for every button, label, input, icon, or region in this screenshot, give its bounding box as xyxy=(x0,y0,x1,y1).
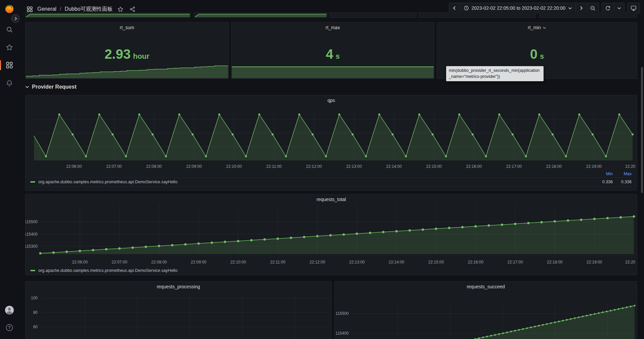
dashboard-title[interactable]: Dubbo可观测性面板 xyxy=(65,6,113,13)
breadcrumb-section[interactable]: General xyxy=(37,6,56,12)
svg-text:22:11:00: 22:11:00 xyxy=(270,260,286,264)
time-range-picker[interactable]: 2023-02-02 22:05:00 to 2023-02-02 22:20:… xyxy=(460,3,576,13)
svg-text:22:16:00: 22:16:00 xyxy=(466,164,482,169)
panel-requests-processing: requests_processing 1008060 xyxy=(25,281,332,339)
legend-max-header[interactable]: Max xyxy=(613,172,632,176)
svg-text:22:14:00: 22:14:00 xyxy=(389,260,404,264)
svg-text:22:06:00: 22:06:00 xyxy=(72,260,88,264)
svg-text:115400: 115400 xyxy=(26,232,38,237)
time-range-text: 2023-02-02 22:05:00 to 2023-02-02 22:20:… xyxy=(472,5,565,11)
stat-panel-rt-max: rt_max 4 s xyxy=(231,22,434,79)
series-color-swatch[interactable] xyxy=(30,181,35,183)
stat-value: 4 s xyxy=(231,47,434,67)
svg-text:22:18:00: 22:18:00 xyxy=(546,164,562,169)
magnifier-minus-icon xyxy=(590,5,596,11)
svg-text:22:19:00: 22:19:00 xyxy=(586,164,602,169)
active-indicator xyxy=(0,60,1,70)
sidebar-item-search[interactable] xyxy=(0,23,18,36)
svg-text:22:11:00: 22:11:00 xyxy=(266,164,282,169)
search-icon xyxy=(6,26,13,33)
sidebar-item-profile[interactable] xyxy=(0,303,18,317)
series-label[interactable]: org.apache.dubbo.samples.metrics.prometh… xyxy=(38,180,594,184)
panel-title[interactable]: rt_sum xyxy=(26,25,228,30)
monitor-icon xyxy=(631,5,637,11)
svg-text:22:13:00: 22:13:00 xyxy=(346,164,362,169)
breadcrumb-separator: / xyxy=(60,6,61,12)
time-shift-forward-button[interactable] xyxy=(576,3,587,13)
svg-text:115500: 115500 xyxy=(26,220,38,224)
grafana-dashboard: ? General / Dubbo可观测性面板 xyxy=(0,0,644,339)
stat-value: 0 s xyxy=(437,47,637,67)
row-provider-request[interactable]: Provider Request xyxy=(25,82,76,92)
panel-menu-chevron-icon[interactable] xyxy=(543,26,546,30)
legend-max-value: 0.336 xyxy=(613,180,632,184)
panel-requests-succeed: requests_succeed 115500115400 xyxy=(334,281,637,339)
refresh-icon xyxy=(605,5,611,11)
partial-panel-1 xyxy=(25,12,190,18)
query-tooltip: min(dubbo_provider_rt_seconds_min{applic… xyxy=(446,66,544,81)
svg-text:22:10:00: 22:10:00 xyxy=(226,164,242,169)
svg-text:22:17:00: 22:17:00 xyxy=(507,260,523,264)
grafana-flame-icon xyxy=(4,3,15,14)
kiosk-mode-button[interactable] xyxy=(628,3,640,13)
bell-icon xyxy=(6,80,13,87)
svg-text:22:12:00: 22:12:00 xyxy=(306,164,322,169)
svg-text:22:17:00: 22:17:00 xyxy=(506,164,522,169)
sidebar: ? xyxy=(0,0,18,339)
sidebar-item-dashboards[interactable] xyxy=(0,58,18,72)
series-color-swatch[interactable] xyxy=(30,270,35,271)
partial-panel-5 xyxy=(539,12,637,18)
share-icon xyxy=(130,6,135,12)
stat-panel-rt-sum: rt_sum 2.93 hour xyxy=(25,22,229,79)
panel-title[interactable]: rt_max xyxy=(231,25,434,30)
requests-processing-chart[interactable]: 1008060 xyxy=(26,282,331,339)
refresh-button[interactable] xyxy=(602,3,614,13)
svg-text:80: 80 xyxy=(33,310,38,315)
svg-text:100: 100 xyxy=(31,296,38,300)
partial-panel-4 xyxy=(419,12,535,18)
svg-text:22:20: 22:20 xyxy=(625,164,635,169)
series-label[interactable]: org.apache.dubbo.samples.metrics.prometh… xyxy=(38,268,177,273)
legend-header: Min Max xyxy=(30,171,632,177)
zoom-out-time-button[interactable] xyxy=(587,3,599,13)
legend-min-value: 0.336 xyxy=(594,180,613,184)
requests-total-legend: org.apache.dubbo.samples.metrics.prometh… xyxy=(30,267,177,274)
svg-text:22:06:00: 22:06:00 xyxy=(66,164,82,169)
partial-panel-2 xyxy=(194,12,327,18)
svg-text:22:20: 22:20 xyxy=(625,260,635,264)
clock-icon xyxy=(464,5,469,11)
svg-text:22:08:00: 22:08:00 xyxy=(146,164,162,169)
panel-requests-total: requests_total 11530011540011550022:06:0… xyxy=(25,194,637,275)
svg-text:115300: 115300 xyxy=(26,244,38,249)
time-shift-back-button[interactable] xyxy=(449,3,460,13)
svg-text:22:07:00: 22:07:00 xyxy=(106,164,122,169)
chevron-down-icon xyxy=(25,85,29,89)
sparkline-area xyxy=(26,13,190,17)
sidebar-item-starred[interactable] xyxy=(0,41,18,54)
svg-text:22:12:00: 22:12:00 xyxy=(309,260,325,264)
expand-menu-button[interactable] xyxy=(11,14,20,23)
help-icon: ? xyxy=(6,324,13,331)
grafana-logo[interactable] xyxy=(0,2,18,15)
legend-min-header[interactable]: Min xyxy=(594,172,613,176)
sidebar-item-alerting[interactable] xyxy=(0,77,18,90)
svg-text:60: 60 xyxy=(33,325,38,329)
requests-succeed-chart[interactable]: 115500115400 xyxy=(335,282,636,339)
requests-total-chart[interactable]: 11530011540011550022:06:0022:07:0022:08:… xyxy=(26,194,636,274)
partial-panel-3 xyxy=(329,12,417,18)
svg-text:22:18:00: 22:18:00 xyxy=(547,260,563,264)
sidebar-item-help[interactable]: ? xyxy=(0,321,18,334)
refresh-interval-dropdown[interactable] xyxy=(614,3,624,13)
sparkline-area xyxy=(195,13,327,17)
svg-text:22:16:00: 22:16:00 xyxy=(468,260,483,264)
svg-text:22:14:00: 22:14:00 xyxy=(386,164,402,169)
svg-text:22:15:00: 22:15:00 xyxy=(428,260,444,264)
chevron-down-icon xyxy=(617,6,621,10)
avatar xyxy=(5,305,14,315)
panel-title[interactable]: rt_min xyxy=(437,25,637,30)
star-icon xyxy=(6,44,13,51)
svg-text:22:15:00: 22:15:00 xyxy=(426,164,442,169)
svg-text:22:09:00: 22:09:00 xyxy=(191,260,207,264)
chevron-right-icon xyxy=(14,17,17,20)
scrollbar-thumb[interactable] xyxy=(641,67,643,193)
